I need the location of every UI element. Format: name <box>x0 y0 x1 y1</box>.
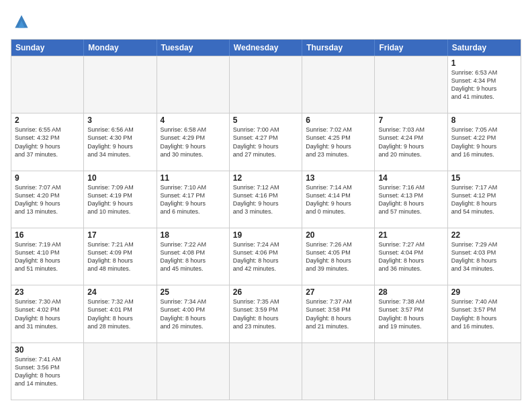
day-info: Sunrise: 7:32 AM Sunset: 4:01 PM Dayligh… <box>87 298 152 330</box>
calendar-cell <box>230 343 302 400</box>
calendar-week-5: 23Sunrise: 7:30 AM Sunset: 4:02 PM Dayli… <box>11 285 521 342</box>
calendar-week-1: 1Sunrise: 6:53 AM Sunset: 4:34 PM Daylig… <box>11 56 521 113</box>
calendar-cell: 12Sunrise: 7:12 AM Sunset: 4:16 PM Dayli… <box>230 171 302 228</box>
calendar-cell: 1Sunrise: 6:53 AM Sunset: 4:34 PM Daylig… <box>448 56 521 113</box>
calendar-cell <box>157 343 230 400</box>
generalblue-logo-icon <box>11 11 32 32</box>
calendar-cell <box>302 343 375 400</box>
calendar-cell: 28Sunrise: 7:38 AM Sunset: 3:57 PM Dayli… <box>375 285 447 342</box>
day-number: 15 <box>451 173 517 183</box>
calendar-week-4: 16Sunrise: 7:19 AM Sunset: 4:10 PM Dayli… <box>11 228 521 285</box>
header <box>11 11 521 32</box>
day-number: 24 <box>87 287 152 297</box>
day-number: 8 <box>451 116 517 125</box>
calendar-body: 1Sunrise: 6:53 AM Sunset: 4:34 PM Daylig… <box>11 56 521 400</box>
calendar-cell: 30Sunrise: 7:41 AM Sunset: 3:56 PM Dayli… <box>11 343 84 400</box>
calendar-cell <box>375 343 447 400</box>
day-info: Sunrise: 7:40 AM Sunset: 3:57 PM Dayligh… <box>451 298 517 330</box>
calendar-cell: 6Sunrise: 7:02 AM Sunset: 4:25 PM Daylig… <box>302 113 375 170</box>
day-info: Sunrise: 7:37 AM Sunset: 3:58 PM Dayligh… <box>306 298 371 330</box>
day-number: 14 <box>378 173 443 183</box>
calendar-cell: 14Sunrise: 7:16 AM Sunset: 4:13 PM Dayli… <box>375 171 447 228</box>
calendar-cell: 13Sunrise: 7:14 AM Sunset: 4:14 PM Dayli… <box>302 171 375 228</box>
day-number: 26 <box>233 287 298 297</box>
day-info: Sunrise: 7:38 AM Sunset: 3:57 PM Dayligh… <box>378 298 443 330</box>
calendar-week-6: 30Sunrise: 7:41 AM Sunset: 3:56 PM Dayli… <box>11 342 521 400</box>
calendar-cell <box>375 56 447 113</box>
day-info: Sunrise: 7:35 AM Sunset: 3:59 PM Dayligh… <box>233 298 298 330</box>
day-number: 11 <box>161 173 226 183</box>
day-info: Sunrise: 7:00 AM Sunset: 4:27 PM Dayligh… <box>233 126 298 158</box>
calendar-cell: 19Sunrise: 7:24 AM Sunset: 4:06 PM Dayli… <box>230 228 302 285</box>
calendar-header: SundayMondayTuesdayWednesdayThursdayFrid… <box>11 40 521 56</box>
day-number: 28 <box>378 287 443 297</box>
calendar-cell: 15Sunrise: 7:17 AM Sunset: 4:12 PM Dayli… <box>448 171 521 228</box>
calendar-cell: 16Sunrise: 7:19 AM Sunset: 4:10 PM Dayli… <box>11 228 84 285</box>
calendar-cell <box>302 56 375 113</box>
day-info: Sunrise: 7:09 AM Sunset: 4:19 PM Dayligh… <box>87 183 152 216</box>
calendar-cell: 5Sunrise: 7:00 AM Sunset: 4:27 PM Daylig… <box>230 113 302 170</box>
calendar-cell: 18Sunrise: 7:22 AM Sunset: 4:08 PM Dayli… <box>157 228 230 285</box>
day-info: Sunrise: 7:26 AM Sunset: 4:05 PM Dayligh… <box>306 240 371 273</box>
calendar-cell: 27Sunrise: 7:37 AM Sunset: 3:58 PM Dayli… <box>302 285 375 342</box>
day-info: Sunrise: 7:22 AM Sunset: 4:08 PM Dayligh… <box>161 240 226 273</box>
day-info: Sunrise: 7:30 AM Sunset: 4:02 PM Dayligh… <box>15 298 80 330</box>
calendar-cell: 7Sunrise: 7:03 AM Sunset: 4:24 PM Daylig… <box>375 113 447 170</box>
day-info: Sunrise: 7:10 AM Sunset: 4:17 PM Dayligh… <box>161 183 226 216</box>
calendar-cell: 17Sunrise: 7:21 AM Sunset: 4:09 PM Dayli… <box>84 228 157 285</box>
day-info: Sunrise: 6:58 AM Sunset: 4:29 PM Dayligh… <box>161 126 226 158</box>
day-number: 5 <box>233 116 298 125</box>
calendar-week-3: 9Sunrise: 7:07 AM Sunset: 4:20 PM Daylig… <box>11 171 521 228</box>
day-info: Sunrise: 7:27 AM Sunset: 4:04 PM Dayligh… <box>378 240 443 273</box>
calendar: SundayMondayTuesdayWednesdayThursdayFrid… <box>11 39 521 400</box>
calendar-cell <box>448 343 521 400</box>
day-number: 17 <box>87 230 152 240</box>
day-info: Sunrise: 7:12 AM Sunset: 4:16 PM Dayligh… <box>233 183 298 216</box>
day-number: 20 <box>306 230 371 240</box>
calendar-cell <box>230 56 302 113</box>
day-number: 29 <box>451 287 517 297</box>
day-info: Sunrise: 7:17 AM Sunset: 4:12 PM Dayligh… <box>451 183 517 216</box>
calendar-cell <box>11 56 84 113</box>
day-number: 25 <box>161 287 226 297</box>
calendar-cell: 29Sunrise: 7:40 AM Sunset: 3:57 PM Dayli… <box>448 285 521 342</box>
day-number: 10 <box>87 173 152 183</box>
day-number: 23 <box>15 287 80 297</box>
day-number: 30 <box>15 345 80 355</box>
day-number: 6 <box>306 116 371 125</box>
page: SundayMondayTuesdayWednesdayThursdayFrid… <box>0 0 532 411</box>
calendar-cell: 25Sunrise: 7:34 AM Sunset: 4:00 PM Dayli… <box>157 285 230 342</box>
day-number: 4 <box>161 116 226 125</box>
day-info: Sunrise: 7:21 AM Sunset: 4:09 PM Dayligh… <box>87 240 152 273</box>
day-info: Sunrise: 7:34 AM Sunset: 4:00 PM Dayligh… <box>161 298 226 330</box>
calendar-cell: 11Sunrise: 7:10 AM Sunset: 4:17 PM Dayli… <box>157 171 230 228</box>
header-day-sunday: Sunday <box>11 40 84 56</box>
header-day-friday: Friday <box>375 40 447 56</box>
day-number: 18 <box>161 230 226 240</box>
calendar-cell: 3Sunrise: 6:56 AM Sunset: 4:30 PM Daylig… <box>84 113 157 170</box>
day-info: Sunrise: 7:24 AM Sunset: 4:06 PM Dayligh… <box>233 240 298 273</box>
day-info: Sunrise: 6:55 AM Sunset: 4:32 PM Dayligh… <box>15 126 80 158</box>
day-number: 2 <box>15 116 80 125</box>
calendar-cell <box>84 343 157 400</box>
calendar-cell <box>157 56 230 113</box>
header-day-tuesday: Tuesday <box>157 40 230 56</box>
logo <box>11 11 35 32</box>
day-number: 12 <box>233 173 298 183</box>
calendar-cell: 9Sunrise: 7:07 AM Sunset: 4:20 PM Daylig… <box>11 171 84 228</box>
header-day-thursday: Thursday <box>302 40 375 56</box>
day-number: 21 <box>378 230 443 240</box>
day-number: 3 <box>87 116 152 125</box>
day-info: Sunrise: 6:56 AM Sunset: 4:30 PM Dayligh… <box>87 126 152 158</box>
header-day-monday: Monday <box>84 40 157 56</box>
day-number: 19 <box>233 230 298 240</box>
day-info: Sunrise: 7:07 AM Sunset: 4:20 PM Dayligh… <box>15 183 80 216</box>
day-info: Sunrise: 7:16 AM Sunset: 4:13 PM Dayligh… <box>378 183 443 216</box>
calendar-cell: 4Sunrise: 6:58 AM Sunset: 4:29 PM Daylig… <box>157 113 230 170</box>
day-number: 7 <box>378 116 443 125</box>
calendar-cell: 8Sunrise: 7:05 AM Sunset: 4:22 PM Daylig… <box>448 113 521 170</box>
header-day-wednesday: Wednesday <box>230 40 302 56</box>
header-day-saturday: Saturday <box>448 40 521 56</box>
calendar-cell: 21Sunrise: 7:27 AM Sunset: 4:04 PM Dayli… <box>375 228 447 285</box>
calendar-cell: 20Sunrise: 7:26 AM Sunset: 4:05 PM Dayli… <box>302 228 375 285</box>
